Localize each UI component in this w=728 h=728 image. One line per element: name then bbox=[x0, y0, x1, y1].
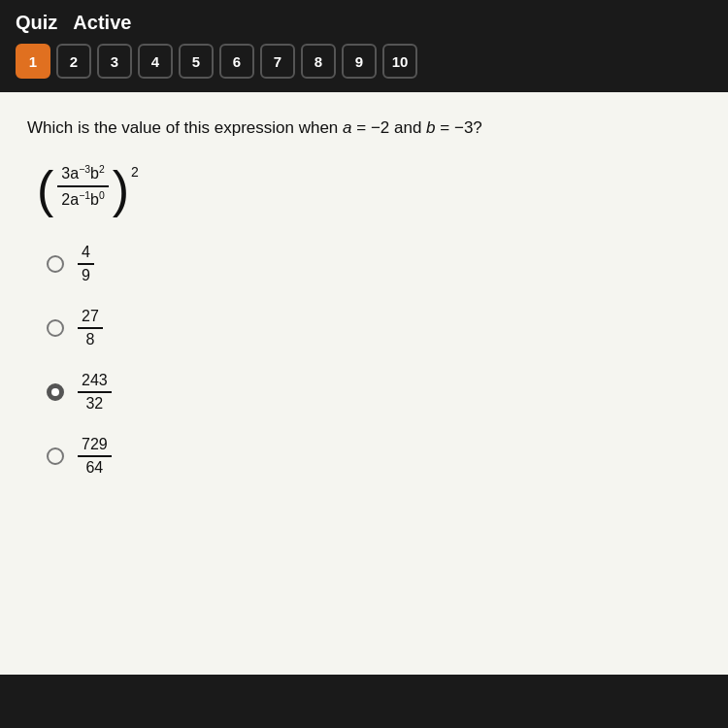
question-number-3[interactable]: 3 bbox=[97, 44, 132, 79]
answer-fraction-2: 27 8 bbox=[78, 308, 103, 348]
question-number-10[interactable]: 10 bbox=[382, 44, 417, 79]
question-number-5[interactable]: 5 bbox=[179, 44, 214, 79]
expression-container: ( 3a−3b2 2a−1b0 ) 2 bbox=[37, 164, 701, 215]
content-area: Which is the value of this expression wh… bbox=[0, 92, 728, 675]
answer-1-den: 9 bbox=[78, 265, 94, 284]
answer-fraction-4: 729 64 bbox=[78, 436, 112, 477]
var-b: b bbox=[426, 118, 435, 137]
answer-2-den: 8 bbox=[82, 329, 98, 348]
expression-fraction-wrapper: ( 3a−3b2 2a−1b0 ) 2 bbox=[37, 164, 139, 215]
question-number-1[interactable]: 1 bbox=[16, 44, 50, 79]
question-number-4[interactable]: 4 bbox=[138, 44, 173, 79]
answer-4-den: 64 bbox=[82, 457, 107, 477]
question-number-9[interactable]: 9 bbox=[342, 44, 377, 79]
answer-4-num: 729 bbox=[78, 436, 112, 457]
radio-3[interactable] bbox=[47, 383, 64, 401]
answer-fraction-1: 4 9 bbox=[78, 244, 94, 284]
question-number-7[interactable]: 7 bbox=[260, 44, 295, 79]
question-eq-b: = −3? bbox=[436, 118, 482, 137]
fraction-numerator: 3a−3b2 bbox=[57, 164, 108, 187]
answer-3-num: 243 bbox=[78, 372, 112, 393]
radio-4[interactable] bbox=[47, 447, 64, 465]
question-number-bar: 12345678910 bbox=[0, 34, 728, 88]
answer-options: 4 9 27 8 243 32 729 64 bbox=[47, 244, 701, 477]
quiz-label: Quiz bbox=[16, 12, 57, 34]
answer-option-3[interactable]: 243 32 bbox=[47, 372, 701, 413]
question-text-part1: Which is the value of this expression wh… bbox=[27, 118, 343, 137]
question-text: Which is the value of this expression wh… bbox=[27, 116, 701, 141]
answer-option-4[interactable]: 729 64 bbox=[47, 436, 701, 477]
answer-3-den: 32 bbox=[82, 393, 107, 413]
question-number-2[interactable]: 2 bbox=[56, 44, 91, 79]
radio-3-inner bbox=[51, 388, 59, 396]
answer-option-2[interactable]: 27 8 bbox=[47, 308, 701, 348]
question-eq-a: = −2 and bbox=[352, 118, 427, 137]
left-bracket: ( bbox=[37, 164, 53, 215]
outer-exponent: 2 bbox=[131, 164, 139, 180]
radio-1[interactable] bbox=[47, 255, 64, 273]
main-fraction: 3a−3b2 2a−1b0 bbox=[57, 164, 108, 210]
header: Quiz Active bbox=[0, 0, 728, 34]
active-label: Active bbox=[73, 12, 131, 34]
answer-fraction-3: 243 32 bbox=[78, 372, 112, 413]
answer-2-num: 27 bbox=[78, 308, 103, 329]
question-number-6[interactable]: 6 bbox=[219, 44, 254, 79]
question-number-8[interactable]: 8 bbox=[301, 44, 336, 79]
answer-1-num: 4 bbox=[78, 244, 94, 265]
answer-option-1[interactable]: 4 9 bbox=[47, 244, 701, 284]
var-a: a bbox=[343, 118, 351, 137]
radio-2[interactable] bbox=[47, 319, 64, 337]
fraction-denominator: 2a−1b0 bbox=[57, 187, 108, 209]
right-bracket: ) bbox=[113, 164, 129, 215]
